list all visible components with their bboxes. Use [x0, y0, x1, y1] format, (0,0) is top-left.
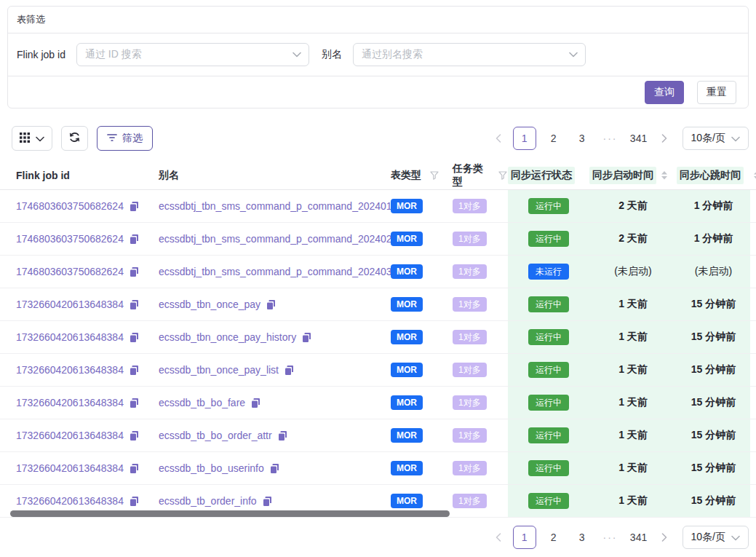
- copy-icon[interactable]: [129, 201, 139, 212]
- task-type-badge: 1对多: [453, 494, 487, 508]
- status-badge: 运行中: [528, 231, 569, 247]
- query-button[interactable]: 查询: [645, 81, 684, 104]
- filter-funnel-icon[interactable]: [430, 171, 439, 180]
- alias-cell: ecssdb_tbn_once_pay_history: [159, 331, 391, 343]
- page-3-button[interactable]: 3: [571, 127, 593, 149]
- copy-icon[interactable]: [129, 398, 139, 408]
- page-last-button[interactable]: 341: [628, 127, 650, 149]
- flink-job-id-select[interactable]: 通过 ID 搜索: [76, 43, 309, 66]
- page-ellipsis[interactable]: ···: [600, 526, 621, 548]
- filter-button[interactable]: 筛选: [97, 126, 153, 151]
- alias-link[interactable]: ecssdb_tb_bo_order_attr: [159, 430, 272, 441]
- alias-link[interactable]: ecssdb_tb_order_info: [159, 495, 257, 507]
- job-id-link[interactable]: 1732660420613648384: [16, 364, 124, 376]
- status-badge: 运行中: [528, 296, 569, 312]
- page-3-button[interactable]: 3: [571, 526, 593, 548]
- task-type-cell: 1对多: [453, 428, 508, 443]
- alias-link[interactable]: ecssdb_tbn_once_pay_history: [159, 331, 296, 343]
- table-type-cell: MOR: [391, 330, 453, 344]
- job-id-link[interactable]: 1746803603750682624: [16, 233, 124, 245]
- next-page-icon[interactable]: [656, 127, 672, 149]
- copy-icon[interactable]: [269, 463, 279, 474]
- table-type-badge: MOR: [391, 330, 423, 344]
- page-2-button[interactable]: 2: [543, 127, 565, 149]
- sync-heartbeat-time-cell: 15 分钟前: [677, 462, 750, 475]
- sync-heartbeat-time-cell: 1 分钟前: [677, 232, 750, 245]
- page-size-select[interactable]: 10条/页: [683, 526, 749, 549]
- sync-heartbeat-time-cell: 15 分钟前: [677, 494, 750, 507]
- column-settings-button[interactable]: [12, 126, 52, 151]
- sync-start-time-cell: 2 天前: [589, 200, 677, 213]
- prev-page-icon[interactable]: [490, 526, 506, 548]
- table-type-badge: MOR: [391, 363, 423, 377]
- job-id-cell: 1732660420613648384: [0, 462, 159, 474]
- copy-icon[interactable]: [250, 398, 260, 408]
- copy-icon[interactable]: [129, 463, 139, 474]
- alias-link[interactable]: ecssdb_tb_bo_userinfo: [159, 462, 264, 474]
- chevron-down-icon: [293, 52, 301, 58]
- flink-job-id-label: Flink job id: [17, 49, 65, 60]
- header-sync-start-time[interactable]: 同步启动时间: [589, 167, 677, 184]
- next-page-icon[interactable]: [656, 526, 672, 548]
- copy-icon[interactable]: [266, 299, 276, 310]
- job-id-link[interactable]: 1732660420613648384: [16, 397, 124, 408]
- page-ellipsis[interactable]: ···: [600, 127, 621, 149]
- job-id-link[interactable]: 1732660420613648384: [16, 495, 124, 507]
- job-id-link[interactable]: 1746803603750682624: [16, 266, 124, 277]
- status-badge: 运行中: [528, 395, 569, 411]
- alias-link[interactable]: ecssdb_tb_bo_fare: [159, 397, 245, 408]
- alias-link[interactable]: ecssdbtj_tbn_sms_command_p_command_20240…: [159, 266, 392, 277]
- alias-cell: ecssdbtj_tbn_sms_command_p_command_20240…: [159, 200, 391, 212]
- prev-page-icon[interactable]: [490, 127, 506, 149]
- alias-select[interactable]: 通过别名搜索: [353, 43, 586, 66]
- job-id-link[interactable]: 1746803603750682624: [16, 200, 124, 212]
- copy-icon[interactable]: [277, 430, 287, 441]
- pagination-top: 1 2 3 ··· 341 10条/页: [490, 127, 749, 150]
- sync-heartbeat-time-cell: 1 分钟前: [677, 200, 750, 213]
- job-id-link[interactable]: 1732660420613648384: [16, 462, 124, 474]
- filter-button-label: 筛选: [122, 132, 143, 145]
- task-type-cell: 1对多: [453, 264, 508, 279]
- sync-status-cell: 运行中: [508, 231, 589, 247]
- job-id-link[interactable]: 1732660420613648384: [16, 331, 124, 343]
- status-badge: 运行中: [528, 329, 569, 345]
- alias-cell: ecssdb_tb_bo_fare: [159, 397, 391, 408]
- filter-funnel-icon[interactable]: [498, 171, 508, 180]
- refresh-button[interactable]: [61, 126, 88, 151]
- job-id-cell: 1732660420613648384: [0, 364, 159, 376]
- horizontal-scrollbar[interactable]: [10, 510, 450, 517]
- copy-icon[interactable]: [129, 496, 139, 507]
- job-id-link[interactable]: 1732660420613648384: [16, 430, 124, 441]
- reset-button[interactable]: 重置: [697, 81, 736, 104]
- task-type-cell: 1对多: [453, 330, 508, 344]
- copy-icon[interactable]: [262, 496, 272, 507]
- table-filter-card: 表筛选 Flink job id 通过 ID 搜索 别名 通过别名搜索 查询 重…: [7, 6, 749, 108]
- copy-icon[interactable]: [129, 299, 139, 310]
- page-1-button[interactable]: 1: [513, 526, 536, 549]
- sync-start-time-cell: 1 天前: [589, 363, 677, 376]
- copy-icon[interactable]: [129, 365, 139, 376]
- copy-icon[interactable]: [129, 430, 139, 441]
- sorter-icon[interactable]: [661, 171, 667, 180]
- copy-icon[interactable]: [129, 332, 139, 343]
- copy-icon[interactable]: [284, 365, 294, 376]
- header-sync-heartbeat-time[interactable]: 同步心跳时间: [677, 167, 750, 184]
- task-type-badge: 1对多: [453, 330, 487, 344]
- task-type-cell: 1对多: [453, 461, 508, 475]
- alias-cell: ecssdbtj_tbn_sms_command_p_command_20240…: [159, 266, 391, 277]
- table-toolbar: 筛选 1 2 3 ··· 341 10条/页: [12, 125, 749, 151]
- job-id-link[interactable]: 1732660420613648384: [16, 299, 124, 310]
- table-type-cell: MOR: [391, 297, 453, 312]
- alias-link[interactable]: ecssdbtj_tbn_sms_command_p_command_20240…: [159, 233, 392, 245]
- page-last-button[interactable]: 341: [628, 526, 650, 548]
- page-2-button[interactable]: 2: [543, 526, 565, 548]
- page-size-select[interactable]: 10条/页: [683, 127, 749, 150]
- alias-cell: ecssdb_tb_order_info: [159, 495, 391, 507]
- copy-icon[interactable]: [301, 332, 311, 343]
- copy-icon[interactable]: [129, 266, 139, 277]
- copy-icon[interactable]: [129, 234, 139, 245]
- page-1-button[interactable]: 1: [513, 127, 536, 150]
- alias-link[interactable]: ecssdb_tbn_once_pay: [159, 299, 260, 310]
- alias-link[interactable]: ecssdb_tbn_once_pay_list: [159, 364, 279, 376]
- alias-link[interactable]: ecssdbtj_tbn_sms_command_p_command_20240…: [159, 200, 392, 212]
